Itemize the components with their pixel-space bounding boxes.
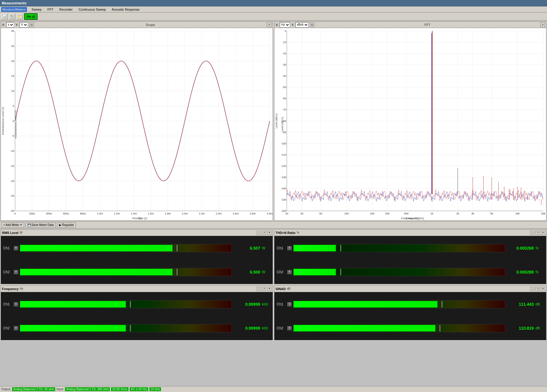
rms-ch2-dropdown[interactable]: ▼ bbox=[14, 270, 18, 274]
toolbar-icon-3[interactable]: 📁 bbox=[17, 14, 23, 19]
toolbar-icon-2[interactable]: 🔧 bbox=[9, 14, 15, 19]
bottom-toolbar: + Add Meter ▼ 💾 Save Meter Data ▶ Regula… bbox=[0, 222, 547, 229]
sinad-title: SINAD bbox=[276, 287, 286, 291]
rms-ch1-bar bbox=[20, 244, 232, 252]
scope-popout-btn[interactable]: ↗ bbox=[267, 22, 271, 27]
thdn-ratio-title: THD+N Ratio bbox=[276, 231, 296, 235]
rms-level-header: RMS Level W — ↗ ✕ bbox=[1, 230, 273, 236]
thdn-close-btn[interactable]: ✕ bbox=[541, 231, 545, 235]
sinad-close-btn[interactable]: ✕ bbox=[541, 287, 545, 291]
fft-chart-body: Level (dBrA) Frequency (Hz) bbox=[274, 28, 546, 220]
scope-chart-body: Instantaneous Level (V) Time (s) bbox=[1, 28, 273, 220]
freq-ch1-bar bbox=[20, 300, 232, 308]
fft-expand-btn[interactable]: ⊡ bbox=[310, 22, 315, 27]
add-meter-btn[interactable]: + Add Meter ▼ bbox=[1, 222, 24, 228]
thdn-ch1-dropdown[interactable]: ▼ bbox=[287, 246, 292, 250]
sinad-ch2-channel: Ch2 ▼ 110.819 dB bbox=[274, 316, 546, 340]
scope-expand-btn[interactable]: ⊡ bbox=[29, 22, 34, 27]
rms-external-btn[interactable]: ↗ bbox=[262, 231, 266, 235]
freq-ch1-unit: kHz bbox=[262, 302, 270, 306]
freq-ch1-label: Ch1 bbox=[3, 302, 12, 306]
menu-bar: Monitors/Meters Sweep FFT Recorder Conti… bbox=[0, 6, 547, 12]
scope-header: X: s Y: V ⊡ Scope ↗ bbox=[1, 22, 273, 28]
menu-continuous-sweep[interactable]: Continuous Sweep bbox=[77, 7, 107, 12]
frequency-panel: Frequency Hz — ↗ ✕ Ch1 ▼ 0.99999 kHz Ch2 bbox=[1, 285, 273, 340]
thdn-ch2-channel: Ch2 ▼ 0.000288 % bbox=[274, 260, 546, 284]
sinad-unit: dB bbox=[287, 287, 290, 290]
status-bar: Output: Analog Balanced 2 Ch, 40 ohm Inp… bbox=[0, 386, 547, 392]
sinad-ch2-value: 110.819 bbox=[507, 326, 534, 331]
toolbar-icon-1[interactable]: 📊 bbox=[1, 14, 8, 19]
thdn-minimize-btn[interactable]: — bbox=[530, 231, 534, 235]
app-title: Measurements bbox=[2, 1, 27, 5]
rms-level-unit: W bbox=[20, 231, 22, 234]
sinad-ch1-value: 111.443 bbox=[507, 302, 534, 307]
rms-ch1-dropdown[interactable]: ▼ bbox=[14, 246, 18, 250]
sinad-ch2-dropdown[interactable]: ▼ bbox=[287, 326, 292, 330]
freq-ch2-dropdown[interactable]: ▼ bbox=[14, 326, 18, 330]
menu-acoustic-response[interactable]: Acoustic Response bbox=[110, 7, 141, 12]
freq-ch2-value: 0.99999 bbox=[234, 326, 260, 331]
fft-y-select[interactable]: dBrA bbox=[295, 22, 309, 27]
thdn-ch2-label: Ch2 bbox=[277, 270, 286, 274]
sinad-header: SINAD dB — ↗ ✕ bbox=[274, 286, 546, 292]
thdn-ch1-bar bbox=[293, 244, 505, 252]
sinad-external-btn[interactable]: ↗ bbox=[535, 287, 540, 291]
sinad-ch2-unit: dB bbox=[535, 326, 544, 330]
freq-ch2-bar bbox=[20, 324, 232, 332]
thdn-external-btn[interactable]: ↗ bbox=[535, 231, 540, 235]
menu-monitors-meters[interactable]: Monitors/Meters bbox=[1, 7, 27, 12]
fft-x-select[interactable]: Hz bbox=[280, 22, 290, 27]
menu-sweep[interactable]: Sweep bbox=[30, 7, 43, 12]
fft-title: FFT bbox=[316, 23, 539, 27]
save-meter-data-btn[interactable]: 💾 Save Meter Data bbox=[25, 222, 56, 228]
scope-x-select[interactable]: s bbox=[6, 22, 14, 27]
charts-container: X: s Y: V ⊡ Scope ↗ Instantaneous Level … bbox=[0, 21, 547, 222]
sinad-ch2-label: Ch2 bbox=[277, 326, 286, 330]
frequency-header: Frequency Hz — ↗ ✕ bbox=[1, 286, 273, 292]
rms-ch1-channel: Ch1 ▼ 6.507 W bbox=[1, 236, 273, 260]
sinad-ch1-unit: dB bbox=[535, 302, 544, 306]
sinad-ch1-channel: Ch1 ▼ 111.443 dB bbox=[274, 292, 546, 316]
frequency-title: Frequency bbox=[2, 287, 19, 291]
thdn-ch2-dropdown[interactable]: ▼ bbox=[287, 270, 292, 274]
toolbar: 📊 🔧 📁 On @ bbox=[0, 12, 547, 21]
freq-ch1-dropdown[interactable]: ▼ bbox=[14, 302, 18, 306]
rms-ch1-value: 6.507 bbox=[234, 246, 260, 251]
fft-popout-btn[interactable]: ↗ bbox=[540, 22, 545, 27]
output-value: Analog Balanced 2 Ch, 40 ohm bbox=[12, 387, 55, 391]
thdn-ch2-value: 0.000288 bbox=[507, 270, 534, 274]
ac-value: AC (<10 Hz) bbox=[130, 387, 148, 391]
thdn-ch2-bar bbox=[293, 268, 505, 276]
menu-fft[interactable]: FFT bbox=[46, 7, 55, 12]
fft-x-axis-label: Frequency (Hz) bbox=[401, 217, 419, 220]
scope-x-axis-label: Time (s) bbox=[132, 217, 142, 220]
frequency-unit: Hz bbox=[20, 287, 23, 290]
regulate-btn[interactable]: ▶ Regulate bbox=[57, 222, 76, 228]
rms-ch2-unit: W bbox=[262, 270, 270, 274]
rms-minimize-btn[interactable]: — bbox=[257, 231, 261, 235]
freq-external-btn[interactable]: ↗ bbox=[262, 287, 266, 291]
menu-recorder[interactable]: Recorder bbox=[58, 7, 74, 12]
scope-canvas bbox=[1, 28, 273, 220]
freq-minimize-btn[interactable]: — bbox=[257, 287, 261, 291]
freq-ch1-value: 0.99999 bbox=[234, 302, 260, 307]
meters-area: RMS Level W — ↗ ✕ Ch1 ▼ 6.507 W Ch2 bbox=[0, 229, 547, 341]
scope-y-select[interactable]: V bbox=[19, 22, 28, 27]
rms-close-btn[interactable]: ✕ bbox=[267, 231, 271, 235]
rms-ch2-value: 6.500 bbox=[234, 270, 260, 274]
rms-ch1-label: Ch1 bbox=[3, 246, 12, 250]
fft-canvas bbox=[274, 28, 546, 220]
rms-level-panel: RMS Level W — ↗ ✕ Ch1 ▼ 6.507 W Ch2 bbox=[1, 229, 273, 284]
freq-close-btn[interactable]: ✕ bbox=[267, 287, 271, 291]
sinad-minimize-btn[interactable]: — bbox=[530, 287, 534, 291]
title-bar: Measurements bbox=[0, 0, 547, 6]
sinad-ch1-dropdown[interactable]: ▼ bbox=[287, 302, 292, 306]
thdn-ch1-channel: Ch1 ▼ 0.000268 % bbox=[274, 236, 546, 260]
fft-y-label: Y: bbox=[291, 23, 294, 27]
freq-ch2-unit: kHz bbox=[262, 326, 270, 330]
level-value: 20.00 Vrms bbox=[111, 387, 128, 391]
rms-ch2-channel: Ch2 ▼ 6.500 W bbox=[1, 260, 273, 284]
rms-level-title: RMS Level bbox=[2, 231, 19, 235]
on-button[interactable]: On @ bbox=[24, 13, 38, 20]
